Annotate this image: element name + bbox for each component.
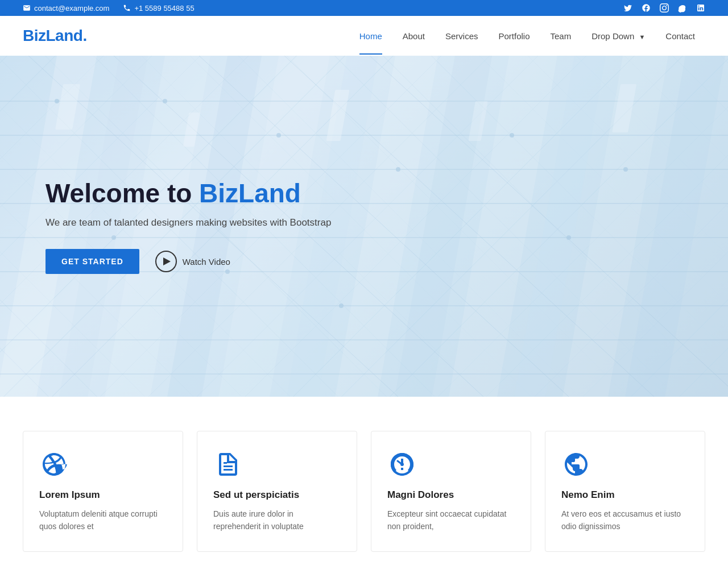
feature-title-1: Lorem Ipsum [39, 489, 167, 501]
nav-item-portfolio[interactable]: Portfolio [488, 18, 540, 55]
feature-icon-2 [213, 450, 243, 479]
feature-text-3: Excepteur sint occaecat cupidatat non pr… [387, 508, 515, 533]
nav-link-contact[interactable]: Contact [655, 18, 705, 55]
feature-card-3: Magni Dolores Excepteur sint occaecat cu… [371, 431, 531, 552]
nav-link-services[interactable]: Services [435, 18, 489, 55]
instagram-icon [660, 3, 669, 13]
svg-point-33 [163, 99, 167, 103]
nav-item-about[interactable]: About [392, 18, 435, 55]
feature-card-2: Sed ut perspiciatis Duis aute irure dolo… [197, 431, 357, 552]
feature-text-2: Duis aute irure dolor in reprehenderit i… [213, 508, 341, 533]
get-started-button[interactable]: GET STARTED [46, 249, 139, 274]
hero-buttons: GET STARTED Watch Video [46, 249, 331, 274]
feature-title-4: Nemo Enim [561, 489, 689, 501]
phone-icon [123, 4, 131, 12]
svg-point-36 [510, 133, 514, 138]
email-icon [23, 4, 31, 12]
globe-icon [562, 451, 590, 478]
svg-point-41 [566, 235, 571, 240]
nav-item-dropdown[interactable]: Drop Down ▼ [581, 18, 655, 55]
skype-link[interactable] [678, 3, 687, 13]
twitter-icon [623, 3, 632, 13]
nav-item-home[interactable]: Home [349, 18, 392, 55]
hero-section: Welcome to BizLand We are team of talant… [0, 56, 728, 397]
feature-title-3: Magni Dolores [387, 489, 515, 501]
chevron-down-icon: ▼ [639, 34, 645, 40]
features-section: Lorem Ipsum Voluptatum deleniti atque co… [0, 397, 728, 563]
nav-item-team[interactable]: Team [540, 18, 582, 55]
hero-content: Welcome to BizLand We are team of talant… [0, 178, 331, 275]
svg-point-34 [276, 133, 281, 138]
nav-item-services[interactable]: Services [435, 18, 489, 55]
nav-link-team[interactable]: Team [540, 18, 582, 55]
feature-text-1: Voluptatum deleniti atque corrupti quos … [39, 508, 167, 533]
svg-point-32 [55, 99, 59, 103]
instagram-link[interactable] [660, 3, 669, 13]
logo-dot: . [82, 27, 86, 44]
facebook-icon [642, 3, 651, 13]
hero-subtitle: We are team of talanted designers making… [46, 217, 331, 228]
linkedin-icon [696, 3, 705, 13]
linkedin-link[interactable] [696, 3, 705, 13]
play-icon [155, 251, 177, 272]
nav-link-home[interactable]: Home [349, 18, 392, 55]
top-bar: contact@example.com +1 5589 55488 55 [0, 0, 728, 16]
top-bar-contact: contact@example.com +1 5589 55488 55 [23, 4, 195, 13]
nav-link-portfolio[interactable]: Portfolio [488, 18, 540, 55]
svg-point-37 [623, 167, 628, 172]
feature-card-1: Lorem Ipsum Voluptatum deleniti atque co… [23, 431, 183, 552]
skype-icon [678, 3, 687, 13]
nav-link-dropdown[interactable]: Drop Down ▼ [581, 18, 655, 55]
phone-text: +1 5589 55488 55 [134, 4, 194, 13]
logo-text: BizLand [23, 27, 82, 44]
logo[interactable]: BizLand. [23, 27, 87, 45]
email-contact: contact@example.com [23, 4, 109, 13]
dribbble-icon [40, 451, 68, 478]
facebook-link[interactable] [642, 3, 651, 13]
social-links [623, 3, 705, 13]
feature-title-2: Sed ut perspiciatis [213, 489, 341, 501]
phone-contact: +1 5589 55488 55 [123, 4, 194, 13]
nav-item-contact[interactable]: Contact [655, 18, 705, 55]
feature-icon-4 [561, 450, 591, 479]
feature-icon-1 [39, 450, 69, 479]
watch-video-button[interactable]: Watch Video [155, 251, 230, 272]
watch-video-label: Watch Video [183, 257, 230, 267]
speedometer-icon [388, 451, 416, 478]
email-text: contact@example.com [34, 4, 109, 13]
hero-title: Welcome to BizLand [46, 178, 331, 209]
hero-title-prefix: Welcome to [46, 178, 199, 208]
hero-title-brand: BizLand [199, 178, 301, 208]
nav-links: Home About Services Portfolio Team Drop … [349, 18, 705, 55]
svg-point-35 [396, 167, 400, 172]
feature-text-4: At vero eos et accusamus et iusto odio d… [561, 508, 689, 533]
nav-link-about[interactable]: About [392, 18, 435, 55]
svg-point-40 [339, 304, 344, 308]
feature-icon-3 [387, 450, 417, 479]
navbar: BizLand. Home About Services Portfolio T… [0, 16, 728, 56]
feature-card-4: Nemo Enim At vero eos et accusamus et iu… [545, 431, 705, 552]
document-icon [214, 451, 242, 478]
twitter-link[interactable] [623, 3, 632, 13]
